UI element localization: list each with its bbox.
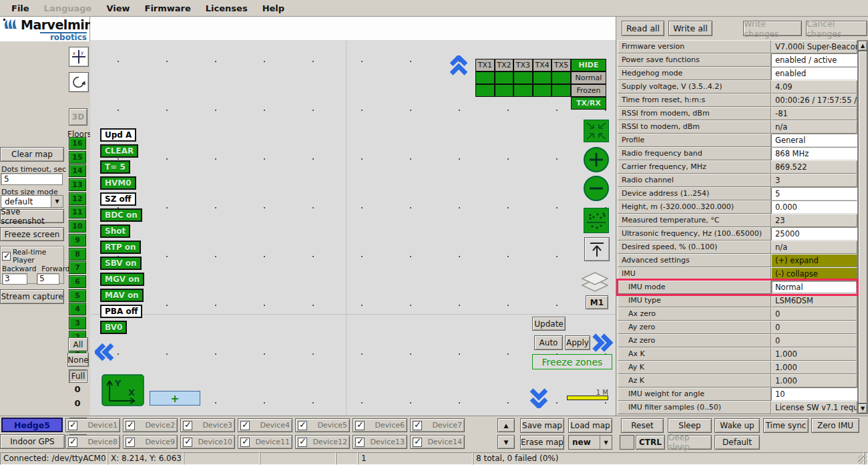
menu-item[interactable]: Firmware	[138, 2, 198, 15]
device-toggle-button[interactable]: Device1	[65, 418, 120, 432]
map-toggle-button[interactable]: BV0	[100, 321, 127, 334]
cancel-changes-button[interactable]: Cancel changes	[806, 21, 867, 36]
floor-button[interactable]: 14	[69, 164, 86, 177]
write-all-button[interactable]: Write all	[668, 21, 712, 36]
three-d-button[interactable]: 3D	[69, 108, 87, 126]
floor-button[interactable]: 9	[69, 234, 86, 247]
parameter-value[interactable]: 869.522	[771, 160, 857, 174]
floor-button[interactable]: 6	[69, 275, 86, 288]
parameter-row[interactable]: IMU (-) collapse	[618, 267, 857, 281]
device-checkbox[interactable]	[298, 438, 307, 447]
parameter-value[interactable]: (+) expand	[771, 254, 857, 267]
floor-button[interactable]: 10	[69, 220, 86, 232]
reset-button[interactable]: Reset	[621, 418, 664, 433]
device-checkbox[interactable]	[413, 438, 422, 447]
collapse-up-icon[interactable]	[449, 55, 468, 78]
floor-button[interactable]: 7	[69, 261, 86, 274]
device-checkbox[interactable]	[355, 421, 365, 430]
map-toggle-button[interactable]: PBA off	[100, 305, 142, 318]
arrow-up-icon[interactable]	[584, 237, 610, 261]
chevron-down-icon[interactable]: ▼	[600, 436, 612, 449]
resize-grip[interactable]	[864, 455, 867, 464]
collapse-down-icon[interactable]	[529, 388, 549, 410]
ctrl-button[interactable]: CTRL	[636, 435, 665, 450]
add-submap-button[interactable]: +	[150, 391, 200, 406]
sleep-button[interactable]: Sleep	[668, 418, 712, 433]
map-toggle-button[interactable]: BDC on	[100, 208, 142, 222]
tx-status-cell[interactable]	[552, 71, 571, 84]
parameter-value[interactable]: 0	[771, 321, 857, 334]
devices-scroll-up-icon[interactable]: ▲	[497, 418, 515, 432]
parameter-value[interactable]: 868 MHz	[771, 147, 857, 160]
menu-item[interactable]: Language	[37, 2, 99, 15]
parameter-row[interactable]: Device address (1..254) 5	[618, 187, 857, 200]
parameter-value[interactable]: -81	[771, 107, 857, 120]
load-map-button[interactable]: Load map	[568, 418, 612, 433]
parameter-row[interactable]: Ax K 1.000	[618, 347, 857, 361]
dots-view-icon[interactable]	[584, 208, 609, 233]
device-toggle-button[interactable]: Device12	[295, 435, 350, 449]
parameter-row[interactable]: Ax zero 0	[618, 307, 857, 321]
freeze-screen-button[interactable]: Freeze screen	[0, 227, 64, 241]
devices-scroll-down-icon[interactable]: ▼	[497, 435, 515, 449]
device-checkbox[interactable]	[240, 421, 250, 430]
scroll-down-icon[interactable]: ▼	[858, 404, 867, 414]
parameter-row[interactable]: Power save functions enabled / active	[618, 53, 857, 67]
parameter-value[interactable]: 00:00:26 / 17:57:55 / (	[771, 94, 857, 107]
floor-button[interactable]: 8	[69, 248, 86, 261]
map-toggle-button[interactable]: Upd A	[100, 128, 136, 142]
device-toggle-button[interactable]: Device6	[353, 418, 407, 432]
device-checkbox[interactable]	[126, 438, 135, 447]
device-toggle-button[interactable]: Device7	[410, 418, 465, 432]
tx-status-cell[interactable]	[533, 71, 552, 84]
device-checkbox[interactable]	[355, 438, 365, 447]
tx-header-cell[interactable]: TX2	[495, 59, 514, 71]
floors-none-button[interactable]: None	[67, 353, 89, 367]
erase-map-button[interactable]: Erase map	[520, 435, 564, 450]
parameter-row[interactable]: RSSI to modem, dBm n/a	[618, 120, 857, 134]
map-toggle-button[interactable]: CLEAR	[100, 144, 138, 158]
update-button[interactable]: Update	[532, 317, 566, 331]
tx-status-cell[interactable]	[552, 84, 571, 97]
rotate-tool-icon[interactable]	[69, 72, 89, 92]
parameter-value[interactable]: n/a	[771, 120, 857, 134]
map-toggle-button[interactable]: SBV on	[100, 257, 142, 270]
map-toggle-button[interactable]: RTP on	[100, 241, 141, 254]
parameter-value[interactable]: Normal	[771, 281, 857, 294]
layers-icon[interactable]	[580, 270, 610, 297]
zoom-out-icon[interactable]	[583, 175, 610, 204]
floor-button[interactable]: 11	[69, 206, 86, 218]
deep-sleep-button[interactable]: Deep sleep	[668, 435, 712, 450]
save-map-button[interactable]: Save map	[520, 418, 564, 433]
map-select[interactable]: new ▼	[568, 435, 612, 450]
parameter-value[interactable]: License SW v7.1 requi	[771, 401, 857, 414]
parameter-row[interactable]: Az K 1.000	[618, 374, 857, 388]
scroll-up-icon[interactable]: ▲	[858, 41, 867, 51]
parameter-row[interactable]: RSSI from modem, dBm -81	[618, 107, 857, 120]
scrollbar-thumb[interactable]	[858, 51, 867, 404]
parameter-value[interactable]: 1.000	[771, 347, 857, 361]
backward-input[interactable]: 3	[2, 273, 27, 285]
default-button[interactable]: Default	[714, 435, 760, 450]
device-checkbox[interactable]	[68, 421, 77, 430]
parameter-row[interactable]: Advanced settings (+) expand	[618, 254, 857, 267]
tx-status-cell[interactable]	[475, 84, 495, 97]
parameter-row[interactable]: Height, m (-320.000..320.000) 0.000	[618, 200, 857, 214]
parameter-row[interactable]: Firmware version V7.000i Super-Beacon	[618, 40, 857, 53]
apply-button[interactable]: Apply	[565, 335, 590, 350]
parameter-row[interactable]: IMU mode Normal	[618, 281, 857, 294]
menu-item[interactable]: Help	[255, 2, 292, 15]
map-toggle-button[interactable]: MGV on	[100, 273, 144, 286]
floors-all-button[interactable]: All	[68, 337, 88, 351]
parameter-value[interactable]: 0	[771, 307, 857, 321]
save-screenshot-button[interactable]: Save screenshot	[0, 209, 64, 223]
tx-tx-rx-button[interactable]: TX/RX	[571, 97, 606, 110]
auto-button[interactable]: Auto	[534, 335, 563, 350]
parameter-value[interactable]: 4.09	[771, 80, 857, 94]
parameter-row[interactable]: Profile General	[618, 134, 857, 147]
parameter-value[interactable]: 10	[771, 388, 857, 401]
collapse-panel-icon[interactable]	[584, 120, 609, 142]
dots-size-mode-select[interactable]: default ▼	[1, 195, 63, 208]
time-sync-button[interactable]: Time sync	[763, 418, 809, 433]
map-toggle-button[interactable]: SZ off	[100, 192, 136, 206]
